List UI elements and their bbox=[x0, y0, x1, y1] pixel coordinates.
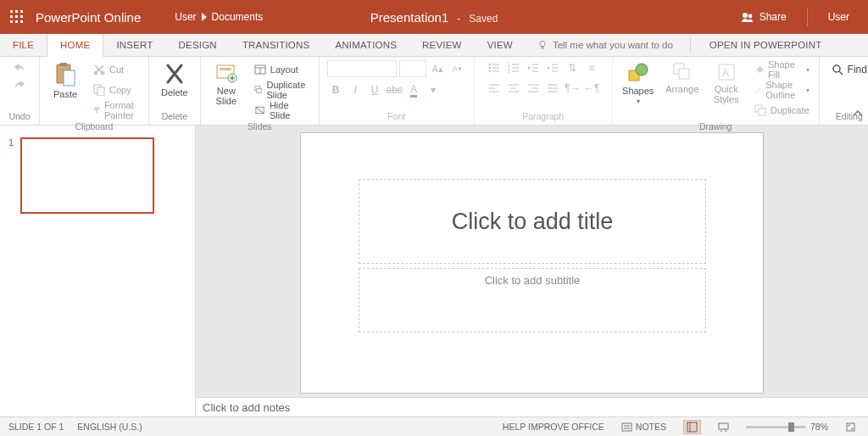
highlight-button[interactable]: ▾ bbox=[425, 82, 442, 98]
copy-button[interactable]: Copy bbox=[89, 81, 143, 99]
font-size-select[interactable] bbox=[399, 60, 426, 77]
tell-me-search[interactable]: Tell me what you want to do bbox=[526, 34, 685, 56]
format-painter-button[interactable]: Format Painter bbox=[89, 101, 143, 120]
help-improve-office[interactable]: HELP IMPROVE OFFICE bbox=[503, 422, 604, 432]
italic-button[interactable]: I bbox=[347, 82, 364, 98]
text-direction-button[interactable]: ⇅ bbox=[564, 60, 581, 75]
paste-label: Paste bbox=[53, 89, 77, 99]
find-button[interactable]: Find bbox=[825, 60, 868, 79]
redo-icon bbox=[14, 79, 25, 91]
tab-review[interactable]: REVIEW bbox=[409, 34, 475, 56]
view-normal-button[interactable] bbox=[683, 420, 701, 434]
rtl-button[interactable]: ←¶ bbox=[583, 81, 600, 96]
share-button[interactable]: Share bbox=[741, 10, 787, 24]
new-slide-button[interactable]: New Slide bbox=[206, 60, 247, 108]
fit-to-window-button[interactable] bbox=[842, 420, 860, 434]
document-title[interactable]: Presentation1 bbox=[370, 10, 449, 25]
tab-home[interactable]: HOME bbox=[47, 34, 103, 57]
svg-rect-68 bbox=[755, 105, 762, 112]
waffle-icon bbox=[10, 10, 24, 24]
save-status: Saved bbox=[469, 13, 498, 25]
grow-font-button[interactable]: A▴ bbox=[429, 61, 446, 76]
line-spacing-button[interactable]: ≡ bbox=[583, 60, 600, 75]
arrange-button[interactable]: Arrange bbox=[662, 60, 703, 96]
title-placeholder[interactable]: Click to add title bbox=[359, 179, 706, 264]
fit-icon bbox=[845, 422, 856, 433]
breadcrumb-user[interactable]: User bbox=[175, 11, 196, 23]
shrink-font-button[interactable]: A▾ bbox=[448, 61, 465, 76]
slide-thumbnail-1[interactable] bbox=[20, 137, 154, 214]
search-icon bbox=[832, 64, 843, 75]
find-label: Find bbox=[848, 64, 867, 75]
redo-button[interactable] bbox=[11, 77, 28, 92]
svg-rect-69 bbox=[759, 109, 765, 115]
numbering-button[interactable]: 123 bbox=[505, 60, 522, 75]
increase-indent-button[interactable] bbox=[544, 60, 561, 75]
breadcrumb-folder[interactable]: Documents bbox=[212, 11, 264, 23]
font-color-button[interactable]: A bbox=[405, 82, 422, 98]
slide-canvas[interactable]: Click to add title Click to add subtitle bbox=[300, 132, 764, 394]
status-language[interactable]: ENGLISH (U.S.) bbox=[77, 422, 142, 432]
view-slideshow-button[interactable] bbox=[715, 420, 732, 434]
svg-rect-23 bbox=[220, 68, 231, 70]
ltr-button[interactable]: ¶→ bbox=[564, 81, 581, 96]
collapse-ribbon-button[interactable] bbox=[853, 109, 863, 121]
hide-slide-button[interactable]: Hide Slide bbox=[250, 101, 314, 120]
scissors-icon bbox=[93, 64, 105, 75]
highlight-icon: ▾ bbox=[431, 84, 436, 96]
shape-outline-button[interactable]: Shape Outline▾ bbox=[750, 81, 814, 99]
svg-rect-19 bbox=[97, 87, 104, 96]
grow-font-icon: A▴ bbox=[432, 64, 443, 75]
cut-button[interactable]: Cut bbox=[89, 60, 143, 79]
normal-view-icon bbox=[687, 422, 698, 433]
bullets-button[interactable] bbox=[486, 60, 503, 75]
svg-rect-1 bbox=[15, 10, 18, 13]
open-in-powerpoint[interactable]: OPEN IN POWERPOINT bbox=[696, 34, 836, 56]
tab-view[interactable]: VIEW bbox=[475, 34, 526, 56]
tab-file[interactable]: FILE bbox=[0, 34, 47, 56]
strikethrough-button[interactable]: abc bbox=[386, 82, 403, 98]
shape-fill-button[interactable]: Shape Fill▾ bbox=[750, 60, 814, 79]
tab-transitions[interactable]: TRANSITIONS bbox=[230, 34, 323, 56]
align-center-button[interactable] bbox=[505, 81, 522, 96]
divider bbox=[690, 37, 691, 53]
svg-point-11 bbox=[540, 41, 545, 46]
app-launcher-button[interactable] bbox=[0, 0, 34, 34]
user-menu[interactable]: User bbox=[828, 11, 849, 23]
paste-icon bbox=[54, 62, 76, 87]
layout-icon bbox=[254, 64, 266, 75]
zoom-percent[interactable]: 78% bbox=[810, 422, 828, 432]
tab-design[interactable]: DESIGN bbox=[166, 34, 230, 56]
subtitle-placeholder[interactable]: Click to add subtitle bbox=[359, 268, 706, 333]
svg-point-10 bbox=[748, 14, 752, 19]
justify-button[interactable] bbox=[544, 81, 561, 96]
svg-rect-66 bbox=[719, 64, 734, 80]
notes-pane[interactable]: Click to add notes bbox=[196, 397, 868, 416]
shapes-button[interactable]: Shapes ▾ bbox=[618, 60, 659, 107]
zoom-slider[interactable] bbox=[746, 426, 805, 428]
zoom-thumb[interactable] bbox=[788, 422, 794, 432]
notes-toggle[interactable]: NOTES bbox=[618, 420, 670, 434]
tab-insert[interactable]: INSERT bbox=[103, 34, 165, 56]
font-family-select[interactable] bbox=[327, 60, 397, 77]
bullets-icon bbox=[488, 62, 500, 74]
undo-button[interactable] bbox=[11, 60, 28, 75]
line-spacing-icon: ≡ bbox=[589, 62, 595, 74]
status-slide-position[interactable]: SLIDE 1 OF 1 bbox=[8, 422, 64, 432]
svg-point-70 bbox=[833, 65, 840, 72]
underline-button[interactable]: U bbox=[366, 82, 383, 98]
align-right-button[interactable] bbox=[525, 81, 542, 96]
duplicate-shape-button[interactable]: Duplicate bbox=[750, 101, 814, 120]
quick-styles-icon: A bbox=[716, 62, 737, 82]
paste-button[interactable]: Paste bbox=[45, 60, 86, 101]
quick-styles-button[interactable]: A Quick Styles bbox=[706, 60, 747, 106]
ribbon: Undo Paste Cut Copy Format Painter Clipb… bbox=[0, 57, 868, 126]
decrease-indent-button[interactable] bbox=[525, 60, 542, 75]
layout-button[interactable]: Layout bbox=[250, 60, 314, 79]
bold-button[interactable]: B bbox=[327, 82, 344, 98]
align-left-button[interactable] bbox=[486, 81, 503, 96]
group-label-paragraph: Paragraph bbox=[522, 109, 564, 125]
duplicate-slide-button[interactable]: Duplicate Slide bbox=[250, 81, 314, 99]
tab-animations[interactable]: ANIMATIONS bbox=[322, 34, 409, 56]
delete-button[interactable]: Delete bbox=[154, 60, 195, 99]
